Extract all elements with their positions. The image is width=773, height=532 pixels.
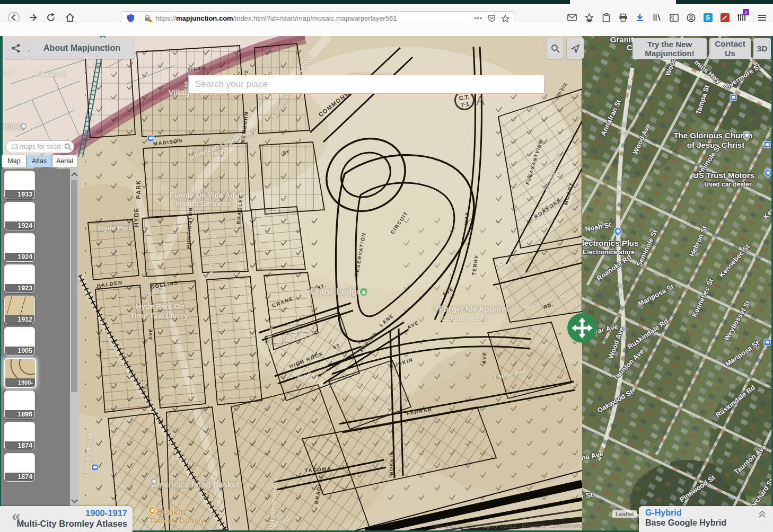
share-button[interactable] [4,38,28,59]
about-mapjunction-button[interactable]: About Mapjunction [30,38,134,59]
map-label: COLLINS [150,279,179,290]
bus-pin[interactable] [147,135,154,142]
map-label: AVE. [148,325,154,340]
map-thumbnail[interactable]: 1933 [4,171,35,199]
tab-map[interactable]: Map [2,155,27,167]
thumbnail-year: 1924 [5,253,34,261]
try-new-mapjunction-button[interactable]: Try the New Mapjunction! [633,38,707,59]
map-label: Kennebec St [690,277,715,318]
map-label: CIRCUIT [389,210,409,235]
map-label: AVE [406,320,420,331]
scroll-down-icon[interactable] [72,495,77,504]
map-label: ST. [317,282,327,290]
map-thumbnail[interactable]: 1900-1917 [4,358,36,388]
map-thumbnail[interactable]: 1896 [4,391,35,419]
place-search-input[interactable] [188,75,544,94]
contact-us-button[interactable]: Contact Us [709,38,751,59]
thumbnail-year: 1874 [5,441,34,450]
atlas-stamp-suffix: A [476,93,485,108]
map-label: Tampa St [694,84,711,115]
thumbnail-year: 1912 [5,315,34,324]
search-button[interactable] [547,38,564,59]
map-label: Hebron St [688,225,709,258]
map-thumbnail[interactable]: 1912 [4,296,35,324]
bus-pin[interactable] [764,339,771,346]
thumbnail-year: 1933 [5,190,34,199]
map-label: Mariposa St [724,339,761,368]
thumbnail-year: 1896 [5,410,34,419]
map-label: WAY [463,211,470,225]
tab-atlas[interactable]: Atlas [27,155,52,167]
browser-navbar: https://mapjunction.com/index.html?id=/s… [0,4,773,22]
move-icon [567,313,598,343]
tab-aerial[interactable]: Aerial [52,155,77,167]
map-label: Ruskindale Rd [626,317,670,351]
satellite-map-canvas[interactable]: GraniteCormins HwyLivermore StWood ATamp… [582,36,773,532]
layer-panel-left[interactable]: « 1900-1917 Multi-City Bromley Atlases [0,506,133,532]
bus-pin[interactable] [92,464,99,471]
3d-button[interactable]: 3D [753,38,771,59]
pocket-icon[interactable] [488,14,496,22]
search-icon [551,44,560,53]
map-label: Wood Ave [631,122,652,156]
expand-up-icon[interactable] [760,513,765,518]
map-label: RESERVATION [353,232,367,277]
map-label: Oakwood St [596,388,635,415]
blue-bag-pin[interactable] [764,169,772,177]
map-label: RUSKIN [389,357,414,370]
map-label: Weybosset St [722,299,751,342]
thumbnail-year: 1923 [5,284,34,292]
map-divider-handle[interactable] [567,313,598,343]
map-label: 336-372 [554,82,568,101]
browser-tab[interactable] [570,0,676,4]
url-text: https://mapjunction.com/index.html?id=/s… [155,14,469,22]
locate-button[interactable] [567,38,584,59]
map-label: MOODY [563,181,574,205]
grey-pin[interactable] [20,122,28,130]
base-layer-name: G-Hybrid [645,508,681,518]
map-label: TERRY [471,254,479,276]
map-label: Electronics Plus [582,238,638,247]
map-label: r St [582,491,593,501]
scrollbar-thumb[interactable] [71,180,77,392]
scroll-up-icon[interactable] [72,171,77,180]
bus-pin[interactable] [730,94,737,101]
map-label: Seminole St [635,228,658,268]
map-thumbnail[interactable]: 1874 [4,422,35,450]
leaflet-attribution[interactable]: Leaflet [612,510,637,518]
grey-pin[interactable] [150,477,158,485]
map-label: HIGH ROCK [288,350,324,369]
map-label: US Trust Motors [693,171,754,180]
layer-panel-right[interactable]: G-Hybrid Base Google Hybrid [639,506,773,532]
green-tree-pin[interactable] [359,288,368,297]
map-label: mins Hwy [693,58,723,85]
orange-cup-pin[interactable] [148,507,156,515]
page-actions-icon[interactable]: ••• [474,15,482,22]
map-thumbnail[interactable]: 1923 [4,264,35,293]
lock-warning-icon[interactable] [144,14,151,22]
map-label: AVE [441,286,455,297]
map-label: BRADLEE [235,194,244,225]
church-pin[interactable] [743,131,751,139]
map-label: Mariposa St [637,282,675,308]
map-label: Kennebec St [717,243,751,279]
map-label: AVE [480,351,487,365]
bookmark-star-icon[interactable] [501,14,510,23]
map-label: FARRAR [406,406,433,416]
thumbnail-scrollbar[interactable] [70,169,78,508]
map-label: Livermore St [723,62,762,92]
map-label: Used car dealer [704,181,751,188]
map-label: TACOMA [304,466,331,474]
map-thumbnail[interactable]: 1905 [4,327,35,356]
satellite-labels: GraniteCormins HwyLivermore StWood ATamp… [582,36,773,532]
map-thumbnail[interactable]: 1924 [4,233,35,262]
map-label: 374-372 [187,65,206,73]
bus-pin[interactable] [764,141,771,148]
layer-years: 1900-1917 [85,508,127,518]
map-thumbnail[interactable]: 1924 [4,202,35,230]
map-label: BRADLEE [313,474,324,504]
atlas-map-canvas[interactable]: WalgreensTakeoutStony BrookVillage Apart… [0,36,582,532]
blue-bag-pin[interactable] [614,227,622,235]
map-thumbnail[interactable]: 1874 [4,453,35,482]
tracking-shield-icon[interactable] [127,14,135,23]
